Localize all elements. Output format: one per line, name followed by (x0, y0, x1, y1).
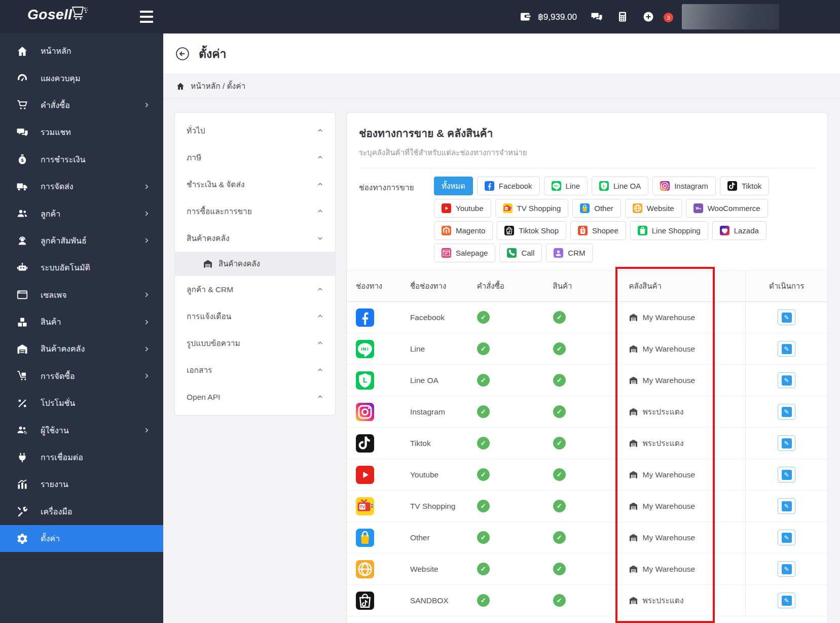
settings-menu-item[interactable]: Open API (175, 384, 335, 410)
instagram-icon (660, 181, 670, 191)
crm-icon (16, 234, 28, 247)
sidebar-item-crm[interactable]: ลูกค้าสัมพันธ์ (0, 227, 163, 254)
edit-warehouse-button[interactable]: ✎ (778, 561, 795, 577)
channel-filter-button-shopee[interactable]: SShopee (570, 221, 626, 240)
sidebar-item-shipping[interactable]: การจัดส่ง (0, 173, 163, 200)
customers-icon (16, 207, 28, 220)
product-status-cell: ✓ (538, 374, 615, 387)
channel-filter-button-instagram[interactable]: Instagram (652, 177, 716, 195)
edit-warehouse-button[interactable]: ✎ (778, 372, 795, 388)
channel-filter-button-magento[interactable]: Magento (434, 221, 493, 240)
add-circle-icon[interactable] (642, 11, 654, 23)
edit-warehouse-button[interactable]: ✎ (778, 341, 795, 357)
sidebar-item-home[interactable]: หน้าหลัก (0, 38, 163, 64)
wallet-balance[interactable]: ฿9,939.00 (520, 11, 577, 23)
chat-icon[interactable] (591, 11, 603, 23)
channel-filter-button-tiktok-shop[interactable]: Tiktok Shop (497, 221, 566, 240)
edit-warehouse-button[interactable]: ✎ (778, 530, 795, 545)
edit-warehouse-button[interactable]: ✎ (778, 309, 795, 325)
channel-filter-button-label: WooCommerce (708, 204, 760, 213)
settings-menu-item-label: เอกสาร (187, 364, 212, 376)
sidebar-item-report[interactable]: รายงาน (0, 471, 163, 498)
channel-filter-button-tv-shopping[interactable]: TVTV Shopping (495, 199, 569, 218)
panel-subtitle: ระบุคลังสินค้าที่ใช้สำหรับแต่ละช่องทางกา… (359, 147, 815, 159)
channel-filter-button-tiktok[interactable]: Tiktok (720, 177, 769, 195)
calculator-icon[interactable] (616, 11, 629, 23)
channel-filter-button-line-shopping[interactable]: Line Shopping (630, 221, 708, 240)
channel-filter-row: SalepageCallCRM (434, 244, 769, 262)
pencil-icon: ✎ (782, 344, 792, 354)
warehouse-cell: พระประแดง (615, 437, 745, 449)
settings-menu-item[interactable]: รูปแบบข้อความ (175, 330, 335, 357)
edit-warehouse-button[interactable]: ✎ (778, 498, 795, 514)
settings-submenu-item-inventory[interactable]: สินค้าคงคลัง (175, 252, 335, 276)
woocommerce-icon: W∞ (693, 203, 703, 213)
order-status-cell: ✓ (464, 563, 538, 575)
sidebar-item-users[interactable]: ผู้ใช้งาน (0, 417, 163, 443)
users-icon (16, 424, 28, 436)
settings-menu-item[interactable]: ภาษี (175, 144, 335, 171)
settings-menu-item[interactable]: สินค้าคงคลัง (175, 225, 335, 252)
sidebar-item-promotion[interactable]: โปรโมชั่น (0, 390, 163, 417)
settings-menu-item[interactable]: ทั่วไป (175, 117, 335, 144)
channel-filter-button-line[interactable]: Line (544, 177, 588, 195)
sidebar-item-browser[interactable]: เซลเพจ (0, 282, 163, 308)
warehouse-cell: My Warehouse (615, 313, 745, 322)
user-profile-blurred[interactable] (682, 4, 779, 29)
lazada-icon (720, 226, 729, 235)
channel-filter-button-facebook[interactable]: Facebook (477, 177, 540, 195)
sidebar-item-dashboard[interactable]: แผงควบคุม (0, 64, 163, 91)
settings-menu-item[interactable]: การแจ้งเตือน (175, 303, 335, 330)
settings-menu-item[interactable]: ลูกค้า & CRM (175, 276, 335, 303)
sidebar-item-cart[interactable]: คำสั่งซื้อ (0, 92, 163, 119)
channel-filter-button-woocommerce[interactable]: W∞WooCommerce (686, 199, 768, 218)
chevron-right-icon (143, 101, 150, 109)
sidebar-item-purchase[interactable]: การจัดซื้อ (0, 363, 163, 390)
edit-warehouse-button[interactable]: ✎ (778, 467, 795, 482)
content-area: ทั่วไปภาษีชำระเงิน & จัดส่งการซื้อและการ… (163, 98, 840, 623)
pencil-icon: ✎ (782, 375, 792, 386)
sidebar-item-chat[interactable]: รวมแชท (0, 119, 163, 146)
edit-warehouse-button[interactable]: ✎ (778, 404, 795, 420)
sidebar-item-products[interactable]: สินค้า (0, 308, 163, 335)
sidebar-toggle-hamburger-icon[interactable] (140, 11, 153, 23)
warehouse-name: My Warehouse (642, 470, 695, 479)
action-cell: ✎ (745, 585, 827, 616)
channel-filter-button-crm-ch[interactable]: CRM (546, 244, 593, 262)
channel-filter-button-all[interactable]: ทั้งหมด (434, 177, 473, 195)
order-status-cell: ✓ (464, 405, 538, 418)
channel-filter-button-salepage-ch[interactable]: Salepage (434, 244, 495, 262)
app-logo[interactable]: Gosell (27, 7, 89, 23)
sidebar-item-payment[interactable]: $การชำระเงิน (0, 146, 163, 173)
settings-menu-item[interactable]: การซื้อและการขาย (175, 198, 335, 225)
home-icon[interactable] (176, 82, 185, 91)
sidebar-item-automation[interactable]: ระบบอัตโนมัติ (0, 254, 163, 281)
sidebar-item-customers[interactable]: ลูกค้า (0, 200, 163, 227)
sidebar-item-warehouse[interactable]: สินค้าคงคลัง (0, 335, 163, 362)
channel-filter-button-call[interactable]: Call (499, 244, 542, 262)
back-button[interactable] (175, 46, 190, 61)
action-cell: ✎ (745, 333, 827, 364)
svg-text:L: L (363, 376, 368, 384)
channel-filter-button-line-oa[interactable]: LLine OA (592, 177, 648, 195)
channel-filter-button-other[interactable]: Other (572, 199, 621, 218)
pencil-icon: ✎ (782, 407, 792, 417)
check-circle-icon: ✓ (477, 342, 490, 355)
settings-menu-item[interactable]: เอกสาร (175, 357, 335, 384)
warehouse-value: My Warehouse (629, 313, 745, 322)
edit-warehouse-button[interactable]: ✎ (778, 593, 795, 608)
channel-filter-button-youtube[interactable]: Youtube (434, 199, 491, 218)
action-cell: ✎ (745, 365, 827, 396)
channel-filter-button-lazada[interactable]: Lazada (712, 221, 766, 240)
channel-filter-button-website[interactable]: Website (625, 199, 682, 218)
channel-name-cell: Line (406, 344, 464, 354)
svg-text:S: S (581, 229, 583, 233)
edit-warehouse-button[interactable]: ✎ (778, 435, 795, 451)
sidebar-item-plug[interactable]: การเชื่อมต่อ (0, 444, 163, 471)
sidebar-item-gear[interactable]: ตั้งค่า (0, 525, 163, 552)
settings-menu-item[interactable]: ชำระเงิน & จัดส่ง (175, 171, 335, 198)
chevron-up-icon (316, 181, 324, 188)
channel-name-cell: Instagram (406, 407, 464, 417)
youtube-icon (442, 203, 451, 213)
sidebar-item-tools[interactable]: เครื่องมือ (0, 498, 163, 525)
